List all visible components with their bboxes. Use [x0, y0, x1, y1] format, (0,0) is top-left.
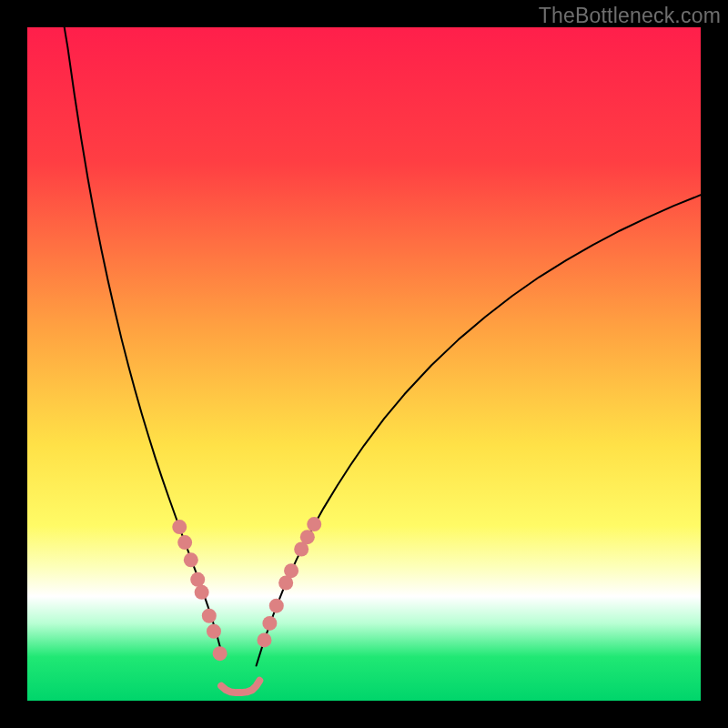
dot-right-dots: [269, 599, 284, 613]
dot-left-dots: [177, 535, 192, 550]
dot-right-dots: [300, 530, 315, 544]
dot-right-dots: [262, 616, 277, 631]
plot-area: [27, 27, 701, 701]
watermark-text: TheBottleneck.com: [539, 4, 721, 28]
dot-left-dots: [207, 624, 221, 639]
dot-left-dots: [213, 646, 228, 661]
dot-left-dots: [202, 609, 217, 623]
chart-container: TheBottleneck.com: [0, 0, 728, 728]
chart-svg: [27, 27, 701, 701]
dot-left-dots: [195, 585, 209, 600]
dot-right-dots: [284, 563, 298, 578]
dot-left-dots: [184, 552, 198, 567]
dot-left-dots: [172, 520, 187, 534]
dot-left-dots: [190, 572, 205, 587]
dot-right-dots: [307, 517, 321, 531]
dot-right-dots: [257, 632, 271, 647]
